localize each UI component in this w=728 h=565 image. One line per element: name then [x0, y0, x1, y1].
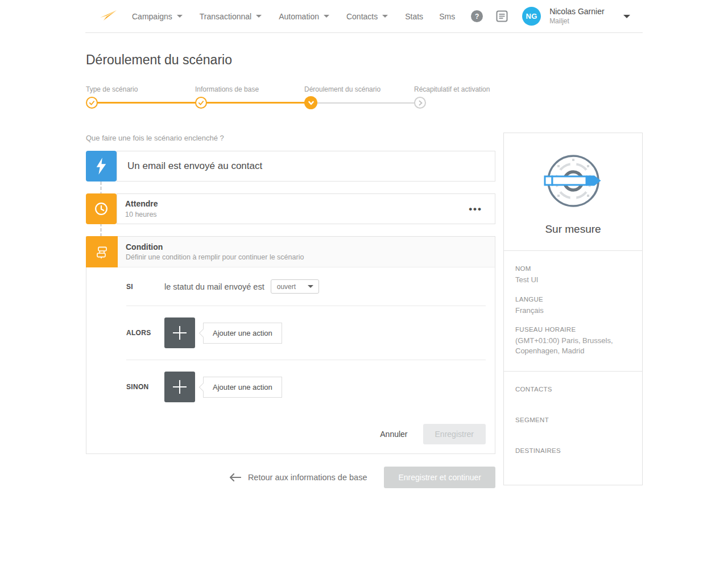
arrow-left-icon [229, 473, 241, 482]
scenario-details-section: NOM Test UI LANGUE Français FUSEAU HORAI… [504, 251, 642, 372]
news-document-icon[interactable] [496, 10, 508, 22]
then-add-action-tooltip[interactable]: Ajouter une action [203, 323, 282, 344]
nav-campaigns-label: Campaigns [132, 12, 172, 21]
condition-if-row: SI le statut du mail envoyé est ouvert [86, 267, 495, 306]
wait-text: Attendre 10 heures [117, 199, 158, 219]
wait-row: Attendre 10 heures ••• [86, 193, 495, 224]
chevron-down-icon [382, 15, 388, 18]
plus-icon [172, 380, 187, 394]
user-menu-caret-icon[interactable] [623, 15, 630, 18]
trigger-node[interactable] [86, 151, 117, 182]
user-avatar[interactable]: NG [522, 7, 541, 26]
wait-duration: 10 heures [125, 210, 158, 219]
nav-transactional-label: Transactionnal [200, 12, 251, 21]
step-3-current[interactable] [304, 96, 317, 109]
scenario-type-label: Sur mesure [504, 223, 642, 236]
nav-sms[interactable]: Sms [439, 12, 455, 21]
stat-segment-label: SEGMENT [515, 416, 631, 423]
step-label-4: Récapitulatif et activation [414, 85, 490, 93]
field-language-label: LANGUE [515, 296, 631, 303]
clock-icon [93, 201, 109, 217]
wait-card[interactable]: Attendre 10 heures ••• [117, 193, 495, 224]
condition-actions: Annuler Enregistrer [86, 414, 495, 453]
avatar-initials: NG [526, 12, 537, 20]
nav-transactional[interactable]: Transactionnal [200, 12, 262, 21]
mailjet-logo-icon[interactable] [100, 10, 117, 23]
else-add-action-tooltip[interactable]: Ajouter une action [203, 377, 282, 398]
then-label: ALORS [126, 329, 164, 337]
scenario-summary-sidebar: Sur mesure NOM Test UI LANGUE Français F… [503, 133, 643, 485]
chevron-down-icon [307, 99, 315, 107]
more-options-icon[interactable]: ••• [469, 204, 482, 214]
nav-contacts[interactable]: Contacts [346, 12, 388, 21]
stat-recipients: DESTINAIRES [515, 447, 631, 478]
nav-stats-label: Stats [405, 12, 423, 21]
step-label-2: Informations de base [195, 85, 259, 93]
else-add-action-button[interactable] [164, 372, 195, 402]
nav-contacts-label: Contacts [346, 12, 378, 21]
plus-icon [172, 325, 187, 340]
condition-subtitle: Définir une condition à remplir pour con… [126, 253, 495, 261]
trigger-row: Un email est envoyé au contact [86, 151, 495, 182]
nav-automation-label: Automation [279, 12, 319, 21]
check-icon [88, 99, 96, 106]
nav-stats[interactable]: Stats [405, 12, 423, 21]
step-label-3: Déroulement du scénario [304, 85, 380, 93]
automation-scenario-page: Campaigns Transactionnal Automation Cont… [0, 0, 728, 565]
check-icon [197, 99, 205, 106]
stat-segment: SEGMENT [515, 416, 631, 447]
condition-node[interactable] [86, 236, 118, 267]
nav-campaigns[interactable]: Campaigns [132, 12, 183, 21]
chevron-right-icon [416, 99, 424, 107]
condition-header: Condition Définir une condition à rempli… [118, 237, 495, 267]
condition-card: Condition Définir une condition à rempli… [86, 236, 495, 454]
back-link[interactable]: Retour aux informations de base [229, 473, 367, 482]
chevron-down-icon [324, 15, 329, 18]
status-select-value: ouvert [277, 283, 296, 291]
condition-title: Condition [126, 242, 495, 251]
trigger-title: Un email est envoyé au contact [117, 160, 262, 172]
workflow-canvas: Un email est envoyé au contact Attendre … [86, 151, 495, 488]
step-4-upcoming[interactable] [414, 97, 426, 109]
stat-contacts: CONTACTS [515, 386, 631, 416]
user-name: Nicolas Garnier [549, 7, 604, 17]
then-add-action-button[interactable] [164, 317, 195, 348]
field-language-value: Français [515, 306, 629, 316]
custom-scenario-gear-pencil-icon [541, 149, 605, 213]
condition-branch-icon [93, 242, 111, 262]
cancel-button[interactable]: Annuler [380, 430, 407, 439]
condition-else-row: SINON Ajouter une action [86, 360, 495, 414]
field-language: LANGUE Français [515, 296, 631, 316]
status-select[interactable]: ouvert [271, 279, 319, 294]
field-name-value: Test UI [515, 275, 629, 285]
chevron-down-icon [177, 15, 183, 18]
trigger-card[interactable]: Un email est envoyé au contact [117, 151, 495, 182]
step-1-done[interactable] [86, 97, 98, 109]
else-label: SINON [126, 383, 164, 391]
scenario-stepper: Type de scénario Informations de base Dé… [86, 85, 518, 114]
top-nav: Campaigns Transactionnal Automation Cont… [0, 0, 728, 32]
field-timezone-label: FUSEAU HORAIRE [515, 326, 631, 333]
wait-node[interactable] [86, 193, 117, 224]
lightning-icon [95, 158, 107, 175]
wait-title: Attendre [125, 199, 158, 209]
nav-automation[interactable]: Automation [279, 12, 329, 21]
help-icon[interactable]: ? [471, 10, 483, 22]
save-continue-button[interactable]: Enregistrer et continuer [384, 467, 495, 488]
user-menu[interactable]: Nicolas Garnier Mailjet [549, 7, 604, 26]
scenario-stats-section: CONTACTS SEGMENT DESTINAIRES [504, 372, 642, 485]
help-glyph: ? [475, 13, 479, 20]
select-caret-icon [308, 285, 313, 288]
scenario-type-section: Sur mesure [504, 133, 642, 251]
workflow-question: Que faire une fois le scénario enclenché… [86, 134, 224, 142]
if-statement: le statut du mail envoyé est [164, 282, 264, 291]
step-label-1: Type de scénario [86, 85, 138, 93]
nav-sms-label: Sms [439, 12, 455, 21]
stat-recipients-label: DESTINAIRES [515, 447, 631, 454]
user-company: Mailjet [549, 17, 604, 26]
if-label: SI [126, 283, 164, 291]
header-divider [85, 32, 643, 33]
condition-then-row: ALORS Ajouter une action [86, 306, 495, 360]
step-2-done[interactable] [195, 97, 207, 109]
save-button[interactable]: Enregistrer [423, 424, 486, 444]
